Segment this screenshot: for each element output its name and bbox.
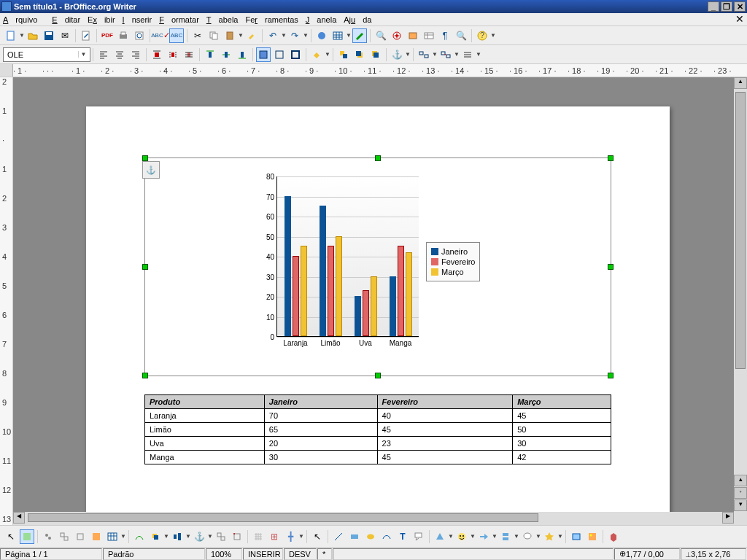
- table-insert-button[interactable]: [105, 529, 120, 544]
- rotate-button[interactable]: [230, 529, 244, 544]
- arrange-button[interactable]: [148, 529, 163, 544]
- resize-handle[interactable]: [375, 373, 381, 378]
- resize-handle[interactable]: [608, 264, 614, 270]
- callout-tool[interactable]: [411, 529, 426, 544]
- save-button[interactable]: [42, 28, 56, 43]
- symbol-shapes-tool[interactable]: [454, 529, 469, 544]
- scrollbar-horizontal[interactable]: ◀ ▶: [13, 512, 734, 525]
- align-right-button[interactable]: [128, 47, 143, 62]
- resize-handle[interactable]: [142, 373, 148, 378]
- cut-button[interactable]: ✂: [190, 28, 205, 43]
- table-row[interactable]: Manga304542: [145, 451, 611, 464]
- snap-button[interactable]: ⊞: [267, 529, 282, 544]
- arrow-shapes-tool[interactable]: [476, 529, 491, 544]
- top-align-button[interactable]: [203, 47, 217, 62]
- datasources-button[interactable]: [422, 28, 436, 43]
- prev-page-button[interactable]: ▴: [734, 475, 747, 486]
- middle-align-button[interactable]: [219, 47, 233, 62]
- menu-ferramentas[interactable]: Ferramentas: [245, 15, 298, 24]
- send-back-button[interactable]: [368, 47, 383, 62]
- align-left-button[interactable]: [96, 47, 111, 62]
- menu-ajuda[interactable]: Ajuda: [344, 15, 371, 24]
- document-area[interactable]: ⚓ 01020304050607080LaranjaLimãoUvaManga …: [13, 77, 734, 512]
- basic-shapes-tool[interactable]: [433, 529, 447, 544]
- restore-button[interactable]: ❐: [721, 1, 732, 12]
- table-header[interactable]: Janeiro: [264, 395, 377, 409]
- table-row[interactable]: Uva202330: [145, 437, 611, 451]
- print-button[interactable]: [116, 28, 131, 43]
- redo-button[interactable]: ↷: [287, 28, 302, 43]
- spellcheck-button[interactable]: ABC✓: [153, 28, 168, 43]
- scrollbar-vertical[interactable]: ▲ ▴ ◦ ▾: [734, 77, 747, 512]
- format-paintbrush-button[interactable]: [244, 28, 259, 43]
- wrap-through-button[interactable]: [182, 47, 196, 62]
- menu-arquivo[interactable]: Arquivo: [3, 15, 44, 24]
- exit-group-button[interactable]: [89, 529, 104, 544]
- status-style[interactable]: Padrão: [103, 548, 205, 560]
- open-button[interactable]: [26, 28, 40, 43]
- resize-handle[interactable]: [608, 155, 614, 161]
- bottom-align-button[interactable]: [235, 47, 249, 62]
- next-page-button[interactable]: ▾: [734, 499, 747, 511]
- menu-inserir[interactable]: Inserir: [123, 15, 152, 24]
- data-table[interactable]: ProdutoJaneiroFevereiroMarço Laranja7040…: [144, 394, 611, 464]
- bring-front-button[interactable]: [352, 47, 367, 62]
- fontwork-button[interactable]: [569, 529, 584, 544]
- table-header[interactable]: Março: [513, 395, 611, 409]
- new-button[interactable]: [4, 28, 18, 43]
- zoom-button[interactable]: 🔍: [454, 28, 468, 43]
- table-row[interactable]: Laranja704045: [145, 409, 611, 423]
- menu-tabela[interactable]: Tabela: [206, 15, 239, 24]
- find-button[interactable]: 🔍: [374, 28, 388, 43]
- show-draw-button[interactable]: [352, 28, 367, 43]
- grid-button[interactable]: [251, 529, 266, 544]
- nav-button[interactable]: ◦: [734, 487, 747, 499]
- close-document-button[interactable]: ✕: [735, 13, 744, 25]
- wrap-off-button[interactable]: [150, 47, 164, 62]
- menu-formatar[interactable]: Formatar: [159, 15, 199, 24]
- freeform-tool[interactable]: [379, 529, 394, 544]
- callouts-tool[interactable]: [520, 529, 535, 544]
- resize-handle[interactable]: [142, 155, 148, 161]
- line-tool[interactable]: [331, 529, 346, 544]
- group-button[interactable]: [41, 529, 55, 544]
- style-combo[interactable]: OLE ▼: [3, 47, 90, 62]
- text-tool[interactable]: T: [395, 529, 410, 544]
- export-pdf-button[interactable]: PDF: [100, 28, 115, 43]
- extrusion-button[interactable]: [606, 529, 621, 544]
- email-button[interactable]: ✉: [58, 28, 72, 43]
- autospell-button[interactable]: ABC: [169, 28, 184, 43]
- ellipse-tool[interactable]: [363, 529, 378, 544]
- status-zoom[interactable]: 100%: [206, 548, 242, 560]
- flowchart-tool[interactable]: [498, 529, 513, 544]
- arrow-tool[interactable]: ↖: [310, 529, 325, 544]
- status-desv[interactable]: DESV: [284, 548, 317, 560]
- border-color-button[interactable]: [288, 47, 303, 62]
- guides-button[interactable]: ╋: [283, 529, 298, 544]
- gallery-button[interactable]: [406, 28, 420, 43]
- table-row[interactable]: Limão654550: [145, 423, 611, 437]
- align-obj-button[interactable]: [170, 529, 185, 544]
- bg-color-button[interactable]: [309, 47, 324, 62]
- frame-props-button[interactable]: [336, 47, 351, 62]
- toggle-draw[interactable]: [20, 529, 34, 544]
- preview-button[interactable]: [132, 28, 147, 43]
- select-tool[interactable]: ↖: [4, 529, 18, 544]
- navigator-button[interactable]: [390, 28, 404, 43]
- align-center-button[interactable]: [112, 47, 127, 62]
- hyperlink-button[interactable]: [314, 28, 329, 43]
- chain-button[interactable]: [417, 47, 431, 62]
- line-style-button[interactable]: [460, 47, 475, 62]
- unchain-button[interactable]: [438, 47, 453, 62]
- menu-janela[interactable]: Janela: [306, 15, 336, 24]
- menu-exibir[interactable]: Exibir: [88, 15, 115, 24]
- help-button[interactable]: ?: [475, 28, 489, 43]
- star-tool[interactable]: [542, 529, 557, 544]
- paste-button[interactable]: [222, 28, 237, 43]
- edit-file-button[interactable]: [79, 28, 93, 43]
- ruler-horizontal[interactable]: · 1 ·· · ·· 1 ·· 2 ·· 3 ·· 4 ·· 5 ·· 6 ·…: [0, 64, 747, 77]
- resize-handle[interactable]: [608, 373, 614, 378]
- table-button[interactable]: [330, 28, 345, 43]
- table-header[interactable]: Fevereiro: [377, 395, 513, 409]
- position-button[interactable]: [214, 529, 228, 544]
